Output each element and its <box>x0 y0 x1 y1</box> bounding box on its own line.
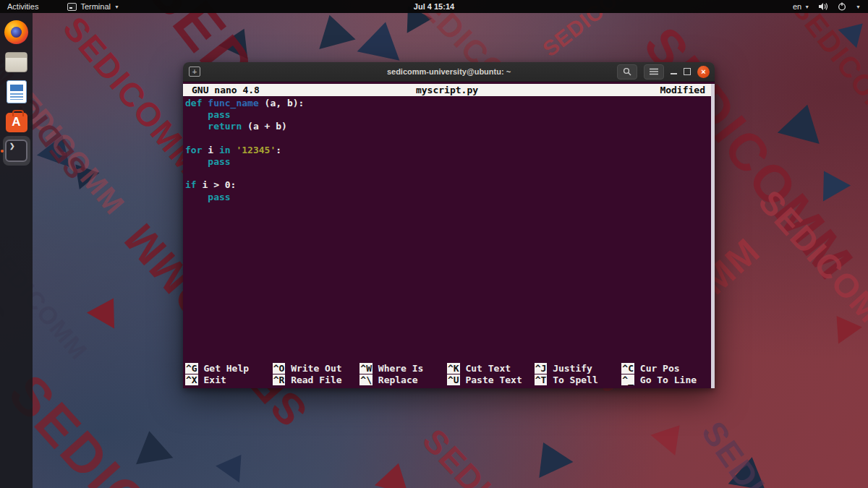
nano-shortcut: ^X Exit <box>185 374 273 385</box>
shortcut-label: Exit <box>198 374 226 385</box>
shortcut-label: Write Out <box>285 363 341 374</box>
shortcut-label: Get Help <box>198 363 249 374</box>
top-bar: Activities Terminal ▼ Jul 4 15:14 en ▼ ▼ <box>0 0 868 13</box>
terminal-window: sedicomm-university@ubuntu: ~ × GNU nano… <box>183 62 715 388</box>
nano-shortcut: ^\ Replace <box>359 374 447 385</box>
activities-button[interactable]: Activities <box>7 2 38 11</box>
close-button[interactable]: × <box>697 66 710 78</box>
wallpaper-triangle <box>778 99 828 144</box>
dock-item-libreoffice-writer[interactable] <box>0 77 33 106</box>
code-line <box>185 133 709 145</box>
nano-shortcut: ^T To Spell <box>535 374 622 385</box>
shortcut-label: Go To Line <box>634 374 697 385</box>
chevron-down-icon: ▼ <box>804 4 809 9</box>
terminal-scrollbar[interactable] <box>711 84 715 388</box>
nano-modified-status: Modified <box>660 85 705 95</box>
code-line: pass <box>185 109 709 121</box>
shortcut-key: ^O <box>273 363 286 374</box>
dock-item-ubuntu-software[interactable]: A <box>0 106 33 136</box>
nano-shortcut: ^O Write Out <box>273 363 360 374</box>
libreoffice-writer-icon <box>7 80 27 103</box>
shortcut-key: ^J <box>535 363 548 374</box>
shortcut-label: Paste Text <box>460 374 522 385</box>
maximize-button[interactable] <box>684 68 691 75</box>
shortcut-key: ^\ <box>359 374 373 385</box>
shortcut-label: Where Is <box>373 363 423 374</box>
window-title: sedicomm-university@ubuntu: ~ <box>387 67 511 76</box>
wallpaper-triangle <box>87 290 127 328</box>
chevron-down-icon: ▼ <box>114 4 119 9</box>
hamburger-icon <box>650 68 658 75</box>
shortcut-key: ^C <box>621 363 634 374</box>
dock-item-terminal[interactable] <box>0 136 33 166</box>
shortcut-label: To Spell <box>547 374 597 385</box>
shortcut-label: Cur Pos <box>634 363 680 374</box>
firefox-icon <box>4 20 28 44</box>
wallpaper-triangle <box>375 458 415 488</box>
search-icon <box>623 67 631 76</box>
dock: A <box>0 13 33 488</box>
wallpaper-triangle <box>357 17 407 60</box>
code-line: for i in '12345': <box>185 145 709 156</box>
shortcut-row-1: ^G Get Help^O Write Out^W Where Is^K Cut… <box>185 362 709 374</box>
shortcut-key: ^U <box>447 374 460 385</box>
nano-version: GNU nano 4.8 <box>192 85 260 95</box>
wallpaper-triangle <box>216 447 253 483</box>
code-line: pass <box>185 192 709 203</box>
code-line <box>185 168 709 179</box>
shortcut-key: ^X <box>185 374 198 385</box>
volume-icon[interactable] <box>819 2 828 11</box>
shortcut-label: Read File <box>285 374 341 385</box>
wallpaper-triangle <box>131 428 174 464</box>
menu-button[interactable] <box>644 64 664 80</box>
shortcut-key: ^T <box>535 374 548 385</box>
nano-filename: myscript.py <box>416 85 478 95</box>
power-icon[interactable] <box>838 2 846 11</box>
dock-item-firefox[interactable] <box>0 17 33 47</box>
files-icon <box>5 52 27 72</box>
desktop: SEDICOMM SEDICOMM SEDICOMM SEDICOMM SEDI… <box>0 0 868 488</box>
wallpaper-triangle <box>651 415 692 455</box>
wallpaper-triangle <box>527 435 574 478</box>
nano-shortcut: ^J Justify <box>535 363 622 374</box>
nano-shortcut: ^C Cur Pos <box>621 363 709 374</box>
app-menu-terminal[interactable]: Terminal ▼ <box>67 2 119 11</box>
shortcut-key: ^W <box>359 363 373 374</box>
nano-shortcuts: ^G Get Help^O Write Out^W Where Is^K Cut… <box>185 362 709 386</box>
new-tab-icon[interactable] <box>188 66 201 77</box>
nano-code: def func_name (a, b): pass return (a + b… <box>185 98 709 203</box>
shortcut-key: ^G <box>185 363 198 374</box>
search-button[interactable] <box>617 64 637 80</box>
shortcut-label: Cut Text <box>460 363 511 374</box>
shortcut-row-2: ^X Exit^R Read File^\ Replace^U Paste Te… <box>185 374 709 387</box>
code-line: pass <box>185 156 709 168</box>
nano-titlebar: GNU nano 4.8 myscript.py Modified <box>183 84 711 96</box>
nano-shortcut: ^_ Go To Line <box>621 374 709 385</box>
language-indicator[interactable]: en ▼ <box>793 2 809 11</box>
terminal-icon <box>5 140 27 162</box>
shortcut-key: ^_ <box>621 374 634 385</box>
clock[interactable]: Jul 4 15:14 <box>414 2 454 11</box>
chevron-down-icon[interactable]: ▼ <box>856 4 861 9</box>
nano-shortcut: ^R Read File <box>273 374 360 385</box>
nano-shortcut: ^W Where Is <box>359 363 447 374</box>
ubuntu-software-icon: A <box>6 113 27 132</box>
terminal-screen[interactable]: GNU nano 4.8 myscript.py Modified def fu… <box>183 82 715 388</box>
code-line: if i > 0: <box>185 179 709 191</box>
shortcut-label: Justify <box>547 363 592 374</box>
terminal-mini-icon <box>67 3 77 11</box>
app-menu-label: Terminal <box>80 2 111 11</box>
code-line: def func_name (a, b): <box>185 98 709 109</box>
show-applications-button[interactable] <box>9 463 24 478</box>
shortcut-key: ^R <box>273 374 286 385</box>
code-line: return (a + b) <box>185 121 709 132</box>
wallpaper-triangle <box>311 10 355 49</box>
shortcut-key: ^K <box>447 363 460 374</box>
nano-shortcut: ^U Paste Text <box>447 374 535 385</box>
minimize-button[interactable] <box>671 73 677 74</box>
window-titlebar[interactable]: sedicomm-university@ubuntu: ~ × <box>183 62 715 82</box>
nano-shortcut: ^K Cut Text <box>447 363 535 374</box>
language-label: en <box>793 2 801 11</box>
dock-item-files[interactable] <box>0 47 33 77</box>
wallpaper-watermark: SEDICOMM <box>696 416 834 488</box>
